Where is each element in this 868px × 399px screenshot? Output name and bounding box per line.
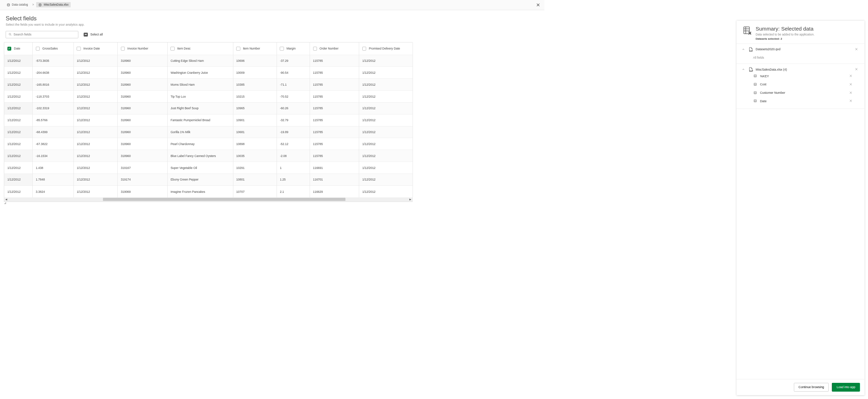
cell-invnum: 318960: [118, 79, 168, 91]
breadcrumb-current[interactable]: MiscSalesData.xlsx: [36, 2, 71, 7]
cell-itemnum: 10009: [233, 67, 277, 79]
cell-invdate: 1/12/2012: [73, 67, 117, 79]
column-label-invdate: Invoice Date: [83, 47, 100, 50]
close-button[interactable]: [536, 3, 540, 7]
scroll-left-arrow[interactable]: ◀: [4, 197, 8, 201]
column-checkbox-promised[interactable]: [362, 47, 366, 51]
cell-itemnum: 10681: [233, 126, 277, 138]
cell-invdate: 1/12/2012: [73, 162, 117, 174]
cell-desc: Moms Sliced Ham: [167, 79, 233, 91]
column-header-promised[interactable]: Promised Delivery Date: [359, 42, 413, 55]
scroll-track[interactable]: [8, 197, 409, 202]
cell-invnum: 319167: [118, 162, 168, 174]
cell-ordernum: 115785: [310, 126, 359, 138]
search-input[interactable]: [14, 33, 76, 36]
search-icon: [8, 33, 12, 36]
cell-invdate: 1/12/2012: [73, 102, 117, 114]
cell-desc: Pearl Chardonnay: [167, 138, 233, 150]
cell-ordernum: 116701: [310, 174, 359, 186]
cell-desc: Gorilla 1% Milk: [167, 126, 233, 138]
column-header-margin[interactable]: Margin: [277, 42, 310, 55]
table-header-row: DateGrossSalesInvoice DateInvoice Number…: [4, 42, 413, 55]
table-row: 1/12/2012-118.37031/12/2012318960Tip Top…: [4, 91, 413, 103]
cell-date: 1/12/2012: [4, 174, 32, 186]
cell-desc: Just Right Beef Soup: [167, 102, 233, 114]
column-header-ordernum[interactable]: Order Number: [310, 42, 359, 55]
column-header-invnum[interactable]: Invoice Number: [118, 42, 168, 55]
column-checkbox-margin[interactable]: [280, 47, 284, 51]
column-checkbox-desc[interactable]: [170, 47, 174, 51]
cell-date: 1/12/2012: [4, 102, 32, 114]
cell-date: 1/12/2012: [4, 162, 32, 174]
cell-ordernum: 115785: [310, 79, 359, 91]
breadcrumb-root[interactable]: Data catalog: [5, 2, 30, 7]
cell-desc: Super Vegetable Oil: [167, 162, 233, 174]
cell-ordernum: 115785: [310, 102, 359, 114]
cell-date: 1/12/2012: [4, 126, 32, 138]
data-table-wrap: DateGrossSalesInvoice DateInvoice Number…: [4, 42, 413, 197]
select-all-checkbox-indeterminate[interactable]: [84, 33, 88, 37]
select-all-label: Select all: [90, 33, 103, 36]
cell-gross: -102.3319: [33, 102, 74, 114]
table-row: 1/12/20121.78481/12/2012319174Ebony Gree…: [4, 174, 413, 186]
scroll-right-arrow[interactable]: ▶: [408, 197, 412, 201]
controls-row: Select all: [0, 30, 544, 42]
cell-itemnum: 10035: [233, 150, 277, 162]
column-checkbox-itemnum[interactable]: [236, 47, 240, 51]
column-checkbox-invdate[interactable]: [77, 47, 80, 51]
cell-margin: 1.25: [277, 174, 310, 186]
cell-invnum: 318960: [118, 67, 168, 79]
select-all-toggle[interactable]: Select all: [84, 33, 103, 37]
cell-gross: -204.6638: [33, 67, 74, 79]
breadcrumb-root-label: Data catalog: [12, 3, 28, 6]
column-header-invdate[interactable]: Invoice Date: [73, 42, 117, 55]
cell-itemnum: 10291: [233, 162, 277, 174]
column-checkbox-invnum[interactable]: [121, 47, 125, 51]
column-label-desc: Item Desc: [177, 47, 190, 50]
search-input-wrap[interactable]: [6, 31, 78, 38]
cell-gross: -85.5766: [33, 114, 74, 126]
cell-date: 1/12/2012: [4, 185, 32, 197]
cell-margin: -90.54: [277, 67, 310, 79]
table-row: 1/12/2012-85.57661/12/2012318960Fantasti…: [4, 114, 413, 126]
cell-invnum: 319069: [118, 185, 168, 197]
cell-promised: 1/12/2012: [359, 102, 413, 114]
cell-date: 1/12/2012: [4, 67, 32, 79]
table-row: 1/12/2012-165.80161/12/2012318960Moms Sl…: [4, 79, 413, 91]
cell-gross: -16.1534: [33, 150, 74, 162]
column-header-itemnum[interactable]: Item Number: [233, 42, 277, 55]
cell-margin: -19.89: [277, 126, 310, 138]
cell-invnum: 319174: [118, 174, 168, 186]
svg-point-1: [39, 4, 41, 5]
column-checkbox-date[interactable]: [7, 47, 11, 51]
cell-itemnum: 10385: [233, 79, 277, 91]
table-row: 1/12/2012-204.66381/12/2012318960Washing…: [4, 67, 413, 79]
cell-desc: Cutting Edge Sliced Ham: [167, 55, 233, 67]
cell-itemnum: 10965: [233, 102, 277, 114]
breadcrumb-separator: >: [32, 3, 34, 6]
cell-promised: 1/12/2012: [359, 91, 413, 103]
cell-invnum: 318960: [118, 114, 168, 126]
column-header-date[interactable]: Date: [4, 42, 32, 55]
cell-itemnum: 10696: [233, 55, 277, 67]
cell-promised: 1/12/2012: [359, 174, 413, 186]
cell-invnum: 318960: [118, 126, 168, 138]
cell-margin: 2.1: [277, 185, 310, 197]
column-checkbox-ordernum[interactable]: [313, 47, 317, 51]
cell-ordernum: 116629: [310, 185, 359, 197]
cell-promised: 1/12/2012: [359, 67, 413, 79]
cell-date: 1/12/2012: [4, 79, 32, 91]
cell-invnum: 318960: [118, 91, 168, 103]
horizontal-scrollbar[interactable]: ◀ ▶: [4, 197, 413, 202]
column-header-gross[interactable]: GrossSales: [33, 42, 74, 55]
cell-date: 1/12/2012: [4, 55, 32, 67]
cell-margin: -60.26: [277, 102, 310, 114]
cell-gross: 3.3824: [33, 185, 74, 197]
cell-gross: -68.4399: [33, 126, 74, 138]
scroll-thumb[interactable]: [103, 198, 345, 201]
cell-promised: 1/12/2012: [359, 114, 413, 126]
table-row: 1/12/2012-68.43991/12/2012318960Gorilla …: [4, 126, 413, 138]
cell-ordernum: 115785: [310, 55, 359, 67]
column-checkbox-gross[interactable]: [36, 47, 40, 51]
column-header-desc[interactable]: Item Desc: [167, 42, 233, 55]
